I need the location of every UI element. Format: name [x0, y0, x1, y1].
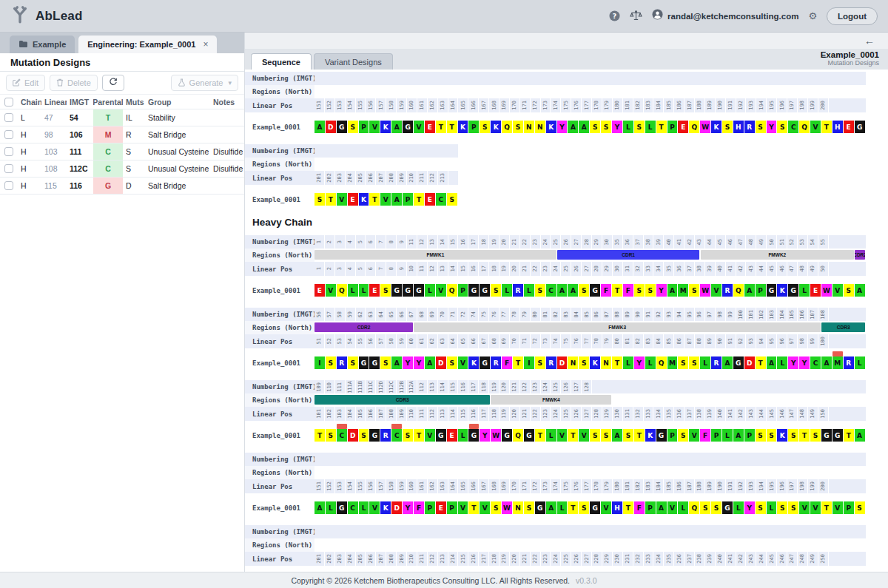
- residue-cell[interactable]: A: [767, 356, 777, 369]
- residue-cell[interactable]: A: [667, 284, 678, 297]
- residue-cell[interactable]: Y: [612, 121, 622, 133]
- residue-cell[interactable]: A: [568, 121, 578, 133]
- logout-button[interactable]: Logout: [827, 7, 878, 25]
- residue-cell[interactable]: L: [645, 121, 656, 133]
- residue-cell[interactable]: D: [557, 356, 568, 369]
- residue-cell[interactable]: S: [326, 429, 336, 442]
- residue-cell[interactable]: P: [744, 429, 755, 442]
- residue-cell[interactable]: S: [601, 429, 611, 442]
- residue-cell[interactable]: Q: [733, 284, 744, 297]
- residue-cell[interactable]: P: [667, 429, 678, 442]
- residue-cell[interactable]: G: [369, 429, 380, 442]
- residue-cell[interactable]: V: [667, 501, 678, 514]
- settings-gear-icon[interactable]: ⚙: [808, 11, 817, 21]
- residue-cell[interactable]: E: [678, 121, 688, 133]
- residue-cell[interactable]: R: [844, 356, 854, 369]
- residue-cell[interactable]: S: [601, 121, 611, 133]
- residue-cell[interactable]: P: [425, 501, 435, 514]
- residue-cell[interactable]: T: [447, 121, 457, 133]
- residue-cell[interactable]: S: [756, 429, 766, 442]
- residue-cell[interactable]: F: [601, 284, 611, 297]
- residue-cell[interactable]: K: [590, 356, 600, 369]
- residue-cell[interactable]: T: [436, 121, 446, 133]
- residue-cell[interactable]: V: [711, 284, 722, 297]
- residue-cell[interactable]: S: [579, 501, 589, 514]
- residue-cell[interactable]: S: [767, 429, 777, 442]
- residue-cell[interactable]: D: [744, 356, 755, 369]
- residue-cell[interactable]: S: [380, 356, 391, 369]
- residue-cell[interactable]: A: [391, 356, 402, 369]
- residue-cell[interactable]: V: [369, 501, 380, 514]
- residue-cell[interactable]: G: [767, 284, 777, 297]
- residue-cell[interactable]: T: [799, 429, 810, 442]
- residue-cell[interactable]: V: [832, 501, 843, 514]
- residue-cell[interactable]: L: [359, 284, 369, 297]
- residue-cell[interactable]: R: [337, 356, 347, 369]
- residue-cell[interactable]: C: [391, 429, 402, 442]
- residue-cell[interactable]: K: [546, 121, 556, 133]
- residue-cell[interactable]: G: [391, 284, 402, 297]
- mutation-row-2[interactable]: H103111CSUnusual CysteineDisulfide: [0, 143, 244, 160]
- mutation-row-1[interactable]: H98106MRSalt Bridge: [0, 126, 244, 143]
- residue-cell[interactable]: Y: [480, 429, 490, 442]
- residue-cell[interactable]: G: [468, 284, 479, 297]
- residue-cell[interactable]: G: [369, 356, 380, 369]
- residue-cell[interactable]: A: [855, 429, 865, 442]
- residue-cell[interactable]: S: [579, 356, 589, 369]
- residue-cell[interactable]: P: [468, 121, 479, 133]
- residue-cell[interactable]: T: [535, 429, 545, 442]
- residue-cell[interactable]: R: [513, 284, 523, 297]
- residue-cell[interactable]: E: [844, 121, 854, 133]
- residue-cell[interactable]: V: [579, 429, 589, 442]
- residue-cell[interactable]: L: [733, 501, 744, 514]
- residue-cell[interactable]: A: [391, 121, 402, 133]
- residue-cell[interactable]: A: [722, 356, 733, 369]
- residue-cell[interactable]: Y: [403, 356, 413, 369]
- residue-cell[interactable]: P: [359, 121, 369, 133]
- residue-cell[interactable]: S: [447, 193, 457, 206]
- residue-cell[interactable]: V: [369, 121, 380, 133]
- residue-cell[interactable]: S: [689, 356, 699, 369]
- residue-cell[interactable]: L: [623, 121, 633, 133]
- residue-cell[interactable]: T: [612, 356, 622, 369]
- residue-cell[interactable]: L: [777, 356, 787, 369]
- residue-cell[interactable]: D: [348, 429, 358, 442]
- residue-cell[interactable]: P: [844, 501, 854, 514]
- residue-cell[interactable]: Y: [744, 501, 755, 514]
- mutation-row-4[interactable]: H115116GDSalt Bridge: [0, 178, 244, 195]
- residue-cell[interactable]: L: [678, 501, 688, 514]
- residue-cell[interactable]: T: [612, 284, 622, 297]
- residue-cell[interactable]: R: [546, 356, 556, 369]
- residue-cell[interactable]: W: [821, 284, 832, 297]
- residue-cell[interactable]: C: [810, 356, 821, 369]
- residue-cell[interactable]: G: [480, 356, 490, 369]
- residue-cell[interactable]: A: [546, 501, 556, 514]
- residue-cell[interactable]: S: [777, 121, 787, 133]
- residue-cell[interactable]: V: [799, 501, 810, 514]
- residue-cell[interactable]: G: [733, 356, 744, 369]
- residue-cell[interactable]: S: [777, 501, 787, 514]
- residue-cell[interactable]: T: [623, 501, 633, 514]
- residue-cell[interactable]: K: [380, 501, 391, 514]
- residue-cell[interactable]: A: [314, 121, 325, 133]
- residue-cell[interactable]: N: [513, 501, 523, 514]
- edit-button[interactable]: Edit: [6, 75, 45, 91]
- residue-cell[interactable]: V: [414, 121, 424, 133]
- close-tab-icon[interactable]: ×: [203, 39, 208, 50]
- residue-cell[interactable]: L: [722, 429, 733, 442]
- residue-cell[interactable]: G: [359, 356, 369, 369]
- residue-cell[interactable]: A: [391, 193, 402, 206]
- residue-cell[interactable]: D: [326, 121, 336, 133]
- residue-cell[interactable]: T: [568, 429, 578, 442]
- residue-cell[interactable]: R: [744, 121, 755, 133]
- residue-cell[interactable]: S: [634, 284, 645, 297]
- residue-cell[interactable]: G: [436, 429, 446, 442]
- residue-cell[interactable]: R: [380, 429, 391, 442]
- residue-cell[interactable]: S: [711, 501, 722, 514]
- residue-cell[interactable]: G: [414, 284, 424, 297]
- residue-cell[interactable]: E: [447, 429, 457, 442]
- residue-cell[interactable]: V: [480, 501, 490, 514]
- residue-cell[interactable]: L: [502, 284, 512, 297]
- residue-cell[interactable]: H: [832, 121, 843, 133]
- residue-cell[interactable]: S: [579, 284, 589, 297]
